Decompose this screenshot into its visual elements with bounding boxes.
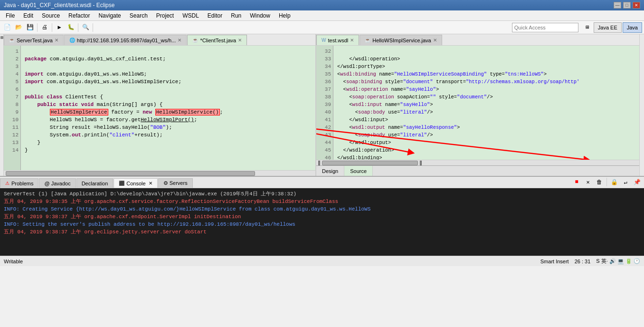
toolbar-sep-1 [37, 23, 38, 32]
quick-access-input[interactable] [512, 23, 578, 32]
menu-window[interactable]: Window [246, 11, 274, 20]
left-sidebar [0, 34, 4, 176]
menu-project[interactable]: Project [152, 11, 178, 20]
editors-split: ☕ ServerTest.java ✕ 🌐 http://192.168.199… [0, 34, 644, 176]
console-line-2: INFO: Creating Service {http://ws.day01_… [4, 205, 640, 213]
bottom-tab-servers-label: ⚙ Servers [163, 180, 188, 186]
title-bar-buttons: — □ ✕ [614, 2, 640, 9]
right-scrollbar-h[interactable] [316, 160, 639, 165]
minimize-button[interactable]: — [614, 2, 621, 9]
right-line-numbers: 3233343536 3738394041 4243444546 4748495… [316, 46, 333, 160]
app-title: Java - day01_CXF_client/test.wsdl - Ecli… [4, 2, 114, 9]
right-scroll-right-btn[interactable] [420, 161, 422, 165]
toolbar-layout-btn[interactable]: ⊞ [582, 22, 593, 33]
toolbar-sep-2 [52, 23, 52, 32]
tab-hellowsimpl-label: HelloWSImplService.java [372, 38, 431, 43]
menu-navigate[interactable]: Navigate [95, 11, 124, 20]
tab-wsdl-close[interactable]: ✕ [350, 38, 354, 43]
menu-help[interactable]: Help [275, 11, 294, 20]
bottom-tab-servers[interactable]: ⚙ Servers [158, 178, 193, 188]
wsdl-tab-source[interactable]: Source [344, 166, 373, 176]
toolbar-new-btn[interactable]: 📄 [2, 22, 12, 33]
title-bar: Java - day01_CXF_client/test.wsdl - Ecli… [0, 0, 644, 10]
tab-url-label: http://192.168.199.165:8987/day01_ws/h..… [77, 38, 176, 43]
wsdl-tab-design[interactable]: Design [316, 166, 344, 176]
status-bar: Writable Smart Insert 26 : 31 S 英· 🔊 💻 🔋… [0, 256, 644, 266]
right-sidebar [639, 34, 644, 176]
left-line-numbers: 12345 678910 11121314 [4, 46, 21, 170]
console-line-3: 五月 04, 2019 9:38:37 上午 org.apache.cxf.en… [4, 213, 640, 221]
right-code-content[interactable]: </wsdl:operation> </wsdl:portType> <wsdl… [333, 46, 639, 160]
tab-servertest-label: ServerTest.java [17, 38, 53, 43]
left-code-area: 12345 678910 11121314 package com.atguig… [4, 46, 315, 170]
console-remove-btn[interactable]: ✕ [583, 177, 593, 187]
toolbar-debug-btn[interactable]: 🐛 [66, 22, 76, 33]
bottom-tab-javadoc-label: @ Javadoc [44, 181, 70, 186]
tab-hellowsimpl[interactable]: ☕ HelloWSImplService.java ✕ [360, 35, 442, 45]
right-scroll-left-btn[interactable] [318, 161, 320, 165]
left-scrollbar-h[interactable] [4, 170, 315, 176]
console-pin-btn[interactable]: 📌 [632, 177, 642, 187]
menu-editor[interactable]: Editor [204, 11, 226, 20]
console-stop-btn[interactable]: ■ [571, 177, 582, 187]
bottom-tab-declaration-label: Declaration [82, 181, 108, 186]
bottom-tab-console[interactable]: ⬛ Console ✕ [114, 178, 157, 188]
menu-file[interactable]: File [2, 11, 19, 20]
tab-url[interactable]: 🌐 http://192.168.199.165:8987/day01_ws/h… [64, 35, 187, 45]
perspective-java-button[interactable]: Java [623, 22, 642, 33]
menu-wsdl[interactable]: WSDL [179, 11, 203, 20]
console-word-wrap-btn[interactable]: ↵ [620, 177, 631, 187]
bottom-tab-declaration[interactable]: Declaration [76, 178, 114, 188]
console-header-line: ServerTest (1) [Java Application] D:\dev… [4, 190, 640, 198]
menu-run[interactable]: Run [227, 11, 245, 20]
toolbar-sep-3 [78, 23, 78, 32]
console-line-5: 五月 04, 2019 9:38:37 上午 org.eclipse.jetty… [4, 228, 640, 236]
toolbar-save-btn[interactable]: 💾 [25, 22, 35, 33]
right-tab-bar: W test.wsdl ✕ ☕ HelloWSImplService.java … [316, 34, 639, 46]
toolbar-run-btn[interactable]: ▶ [54, 22, 65, 33]
tab-wsdl-label: test.wsdl [328, 38, 348, 43]
console-line-4: INFO: Setting the server's publish addre… [4, 221, 640, 228]
tab-clienttest-label: *ClientTest.java [200, 38, 236, 43]
toolbar-print-btn[interactable]: 🖨 [39, 22, 50, 33]
left-scrollbar-thumb[interactable] [6, 171, 255, 176]
toolbar-search-btn[interactable]: 🔍 [80, 22, 91, 33]
menu-source[interactable]: Source [38, 11, 64, 20]
status-right: Smart Insert 26 : 31 S 英· 🔊 💻 🔋 🕐 [540, 258, 640, 265]
toolbar-open-btn[interactable]: 📂 [13, 22, 24, 33]
menu-search[interactable]: Search [126, 11, 152, 20]
close-button[interactable]: ✕ [633, 2, 640, 9]
console-scroll-lock-btn[interactable]: 🔒 [609, 177, 619, 187]
status-writable: Writable [4, 259, 23, 264]
quick-access-area: ⊞ Java EE Java [512, 22, 642, 33]
menu-bar: File Edit Source Refactor Navigate Searc… [0, 10, 644, 21]
sidebar-marker [0, 36, 3, 39]
right-editor: W test.wsdl ✕ ☕ HelloWSImplService.java … [316, 34, 639, 176]
console-toolbar: ■ ✕ 🗑 🔒 ↵ 📌 [569, 176, 644, 188]
tab-url-close[interactable]: ✕ [178, 38, 181, 43]
tab-servertest-close[interactable]: ✕ [55, 38, 58, 43]
perspective-java-ee-button[interactable]: Java EE [594, 22, 622, 33]
tab-clienttest[interactable]: ☕ *ClientTest.java ✕ [187, 35, 247, 45]
tab-hellowsimpl-close[interactable]: ✕ [433, 38, 437, 43]
menu-refactor[interactable]: Refactor [65, 11, 94, 20]
menu-edit[interactable]: Edit [19, 11, 37, 20]
bottom-tab-javadoc[interactable]: @ Javadoc [39, 178, 76, 188]
console-clear-btn[interactable]: 🗑 [594, 177, 605, 187]
console-content: ServerTest (1) [Java Application] D:\dev… [0, 188, 644, 256]
left-editor: ☕ ServerTest.java ✕ 🌐 http://192.168.199… [4, 34, 316, 176]
console-sep [606, 178, 607, 186]
bottom-tab-console-label: Console [126, 181, 145, 186]
right-code-area: 3233343536 3738394041 4243444546 4748495… [316, 46, 639, 160]
maximize-button[interactable]: □ [623, 2, 631, 9]
tab-clienttest-close[interactable]: ✕ [238, 38, 242, 43]
tab-wsdl[interactable]: W test.wsdl ✕ [316, 35, 359, 45]
perspective-buttons: ⊞ Java EE Java [582, 22, 642, 33]
bottom-tab-problems-label: Problems [11, 181, 33, 186]
left-tab-bar: ☕ ServerTest.java ✕ 🌐 http://192.168.199… [4, 34, 315, 46]
left-code-content[interactable]: package com.atguigu.day01_ws_cxf_client.… [21, 46, 315, 170]
main-area: ☕ ServerTest.java ✕ 🌐 http://192.168.199… [0, 34, 644, 256]
right-scrollbar-thumb[interactable] [322, 161, 418, 165]
bottom-tab-problems[interactable]: ⚠ Problems [0, 178, 38, 188]
tab-servertest[interactable]: ☕ ServerTest.java ✕ [4, 35, 64, 45]
